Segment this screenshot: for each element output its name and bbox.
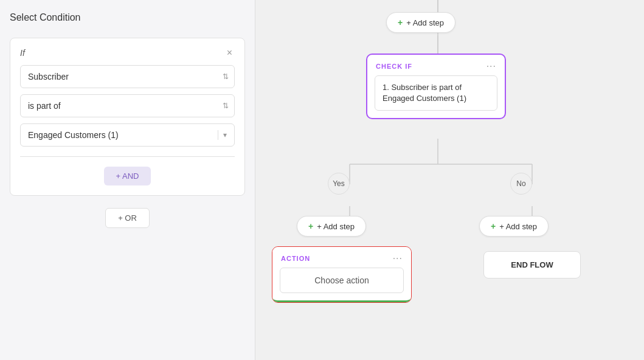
end-flow-node: END FLOW [483, 251, 581, 279]
add-step-no-label: + Add step [499, 222, 537, 231]
divider [20, 156, 235, 157]
add-step-top-node: + + Add step [386, 12, 455, 33]
action-header: ACTION ··· [272, 247, 411, 268]
choose-action-label: Choose action [314, 275, 369, 285]
add-step-top-label: + Add step [406, 18, 444, 27]
right-panel: + + Add step CHECK IF ··· 1. Subscriber … [255, 0, 644, 360]
check-if-header: CHECK IF ··· [367, 55, 505, 75]
action-more-button[interactable]: ··· [393, 253, 403, 264]
and-button[interactable]: + AND [104, 167, 151, 185]
engaged-customers-field[interactable]: Engaged Customers (1) ▾ [20, 123, 235, 147]
plus-icon-yes: + [308, 221, 313, 231]
add-step-yes-label: + Add step [317, 222, 355, 231]
condition-select[interactable]: is part of [20, 94, 235, 117]
and-button-container: + AND [20, 167, 235, 185]
condition-card: If × Subscriber ⇅ is part of ⇅ Engaged C… [10, 38, 245, 196]
or-button[interactable]: + OR [105, 208, 150, 228]
check-if-node: CHECK IF ··· 1. Subscriber is part of En… [366, 54, 506, 119]
check-if-card: CHECK IF ··· 1. Subscriber is part of En… [366, 54, 506, 119]
or-button-container: + OR [10, 208, 245, 228]
panel-title: Select Condition [10, 12, 245, 23]
condition-select-wrapper: is part of ⇅ [20, 94, 235, 117]
yes-label: Yes [333, 179, 345, 188]
action-card: ACTION ··· Choose action [272, 247, 411, 302]
field-controls: ▾ [213, 130, 227, 140]
condition-if-label: If [20, 48, 25, 58]
add-step-top-button[interactable]: + + Add step [386, 12, 455, 33]
engaged-customers-value: Engaged Customers (1) [28, 130, 119, 140]
add-step-yes-button[interactable]: + + Add step [297, 216, 366, 237]
check-if-title: CHECK IF [376, 63, 412, 70]
add-step-no-button[interactable]: + + Add step [479, 216, 549, 237]
yes-badge: Yes [328, 173, 350, 195]
subscriber-select-wrapper: Subscriber ⇅ [20, 65, 235, 88]
field-divider [218, 130, 218, 140]
action-node: ACTION ··· Choose action [272, 246, 412, 303]
end-flow-card: END FLOW [483, 251, 581, 279]
check-if-body: 1. Subscriber is part of Engaged Custome… [375, 75, 497, 111]
plus-icon-no: + [491, 221, 496, 231]
plus-icon-top: + [398, 18, 403, 27]
flow-canvas: + + Add step CHECK IF ··· 1. Subscriber … [255, 0, 644, 360]
no-label: No [516, 179, 525, 188]
close-button[interactable]: × [224, 48, 235, 58]
action-body[interactable]: Choose action [280, 268, 404, 293]
subscriber-select[interactable]: Subscriber [20, 65, 235, 88]
chevron-down-icon: ▾ [223, 131, 227, 139]
check-if-more-button[interactable]: ··· [486, 61, 496, 72]
add-step-yes-node: + + Add step [297, 216, 366, 237]
add-step-no-node: + + Add step [479, 216, 549, 237]
end-flow-label: END FLOW [511, 260, 553, 269]
condition-header: If × [20, 48, 235, 58]
no-badge: No [510, 173, 532, 195]
action-card-outer: ACTION ··· Choose action [272, 246, 412, 303]
left-panel: Select Condition If × Subscriber ⇅ is pa… [0, 0, 255, 360]
action-title: ACTION [281, 255, 310, 262]
